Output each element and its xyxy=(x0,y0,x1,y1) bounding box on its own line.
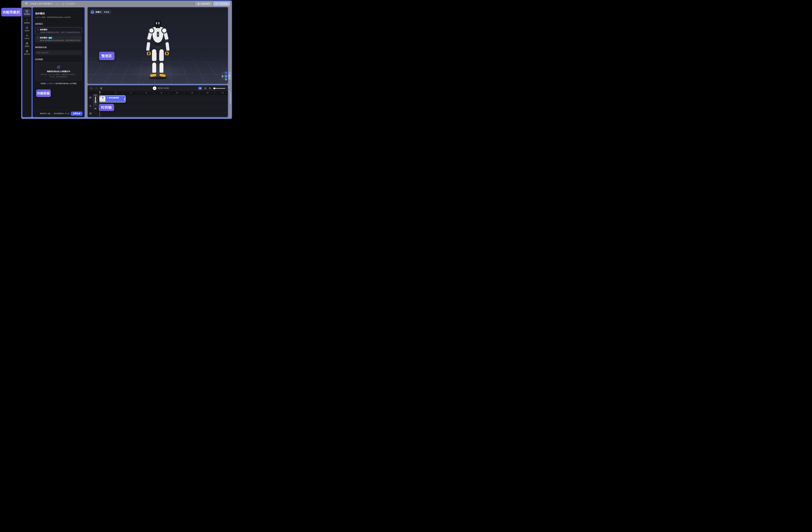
volume-slider[interactable] xyxy=(95,97,96,105)
clip-trim-right-handle[interactable] xyxy=(125,98,125,100)
cost-value: 10 xyxy=(67,113,69,115)
pro-badge: Pro xyxy=(48,37,52,39)
ruler-tick xyxy=(138,92,139,94)
mode-name: 动作模仿 xyxy=(40,28,47,31)
ruler-label: 16f xyxy=(221,92,223,94)
clip-name: 超帅走路姿势 xyxy=(109,97,119,99)
upload-requirement-link[interactable]: 【上传要求】 xyxy=(46,83,55,84)
speaker-icon xyxy=(95,108,97,110)
sidebar-item-motion-imitation[interactable]: 动作模仿 xyxy=(23,9,31,16)
snap-toggle-active[interactable] xyxy=(198,87,202,90)
sidebar-item-my-tasks[interactable]: 我的任务 xyxy=(23,50,31,55)
track-row-audio[interactable] xyxy=(88,111,228,117)
nav-sidebar: 动作模仿 音频编排 表情库 动作库 xyxy=(22,7,32,117)
timeline-clip[interactable]: 超帅走路姿势 xyxy=(99,95,126,102)
zoom-out-icon[interactable] xyxy=(209,87,211,89)
app-window: A1机器人动作-我的项目1 文件未保存 合成并保存 xyxy=(21,0,232,119)
gizmo-bottom-dot[interactable] xyxy=(225,78,227,81)
undo-button[interactable] xyxy=(90,87,93,89)
annotation-label-preview: 预览区 xyxy=(99,52,115,60)
timeline-zoom-slider[interactable] xyxy=(214,88,225,88)
annotation-label-nav: 功能导航栏 xyxy=(1,8,21,16)
mode-desc: 模仿复杂高精度高动态全身动作复现，适用于舞蹈功夫等丰富表达创作表演 xyxy=(40,40,80,42)
upload-desc-line2: 仅中文、英文语言的识别 xyxy=(41,75,77,78)
clip-thumbnail xyxy=(100,96,105,102)
sidebar-item-label: 我的任务 xyxy=(24,53,30,55)
play-icon xyxy=(154,88,156,89)
mode-name: 动作模仿 xyxy=(40,37,47,39)
task-list-icon xyxy=(26,50,28,53)
robot-avatar xyxy=(91,10,94,14)
gizmo-left-dot[interactable] xyxy=(221,75,223,78)
hint-prefix: 请根据 xyxy=(41,83,46,84)
timeline-panel: 00:00 / 00:30 0f2f4f6f8f10f12f14f16f xyxy=(87,85,228,117)
ruler-tick xyxy=(123,92,123,94)
credits-label: 剩余积分 xyxy=(40,112,47,115)
ruler-tick xyxy=(184,92,184,94)
panel-footer: 剩余积分 300 本次消耗积分 10 立即生成 xyxy=(33,110,85,117)
mode-card-standard[interactable]: 动作模仿 快速模仿普通难度的全身动作，适用于小品戏剧等简单动作的快速演绎 xyxy=(35,27,82,34)
badge-divider xyxy=(102,11,103,13)
star-icon xyxy=(37,37,39,39)
footer-divider xyxy=(52,113,52,115)
zoom-slider-thumb[interactable] xyxy=(213,87,215,89)
audio-track-icon[interactable] xyxy=(89,112,91,115)
gizmo-y-handle[interactable]: Y xyxy=(224,75,227,78)
sidebar-item-audio-arrange[interactable]: 音频编排 xyxy=(23,19,31,24)
person-icon xyxy=(26,34,28,37)
motion-track-icon[interactable] xyxy=(89,105,91,108)
video-upload-dropzone[interactable]: 拖拽至此或点击上传视频文件 支持 mp4、avi、mov 等格式，视频长度 30… xyxy=(35,62,82,81)
ruler-label: 2f xyxy=(115,92,116,94)
ruler-label: 14f xyxy=(206,92,208,94)
sidebar-item-label: 表情库 xyxy=(25,30,29,32)
robot-model-badge[interactable]: 灵犀X2 青春版 xyxy=(90,10,112,14)
sidebar-item-expression-library[interactable]: 表情库 xyxy=(23,27,31,32)
panel-title: 动作模仿 xyxy=(35,12,82,15)
ruler-label: 10f xyxy=(176,92,178,94)
mode-card-pro[interactable]: 动作模仿 Pro 模仿复杂高精度高动态全身动作复现，适用于舞蹈功夫等丰富表达创作… xyxy=(35,36,82,42)
speaker-button[interactable] xyxy=(93,107,98,110)
generate-button[interactable]: 立即生成 xyxy=(71,112,83,116)
upload-title: 拖拽至此或点击上传视频文件 xyxy=(47,70,70,73)
upload-requirement-hint: 请根据【上传要求】提供清晰完整的真人动作视频 xyxy=(35,82,82,85)
timeline-toolbar: 00:00 / 00:30 xyxy=(88,85,228,91)
sidebar-item-label: 动作库 xyxy=(25,38,29,40)
function-panel: 动作模仿 上传个人视频，系统智能转换为机器人动作脚本 选择模式 动作模仿 快速模… xyxy=(32,7,85,117)
clip-trim-left-handle[interactable] xyxy=(100,98,100,100)
audio-note-icon xyxy=(26,42,28,45)
robot-edition: 青春版 xyxy=(104,11,109,13)
credits-cost: 本次消耗积分 10 xyxy=(54,112,69,115)
volume-popup: 40% xyxy=(93,94,98,106)
ruler-label: 12f xyxy=(191,92,193,94)
redo-button[interactable] xyxy=(95,87,98,89)
view-gizmo[interactable]: Z Y xyxy=(221,71,228,80)
timeline-ruler[interactable]: 0f2f4f6f8f10f12f14f16f xyxy=(88,91,228,95)
sidebar-item-motion-library[interactable]: 动作库 xyxy=(23,34,31,40)
volume-slider-thumb[interactable] xyxy=(95,101,96,103)
expression-track-icon[interactable] xyxy=(89,96,91,99)
robot-model[interactable] xyxy=(139,17,176,80)
sidebar-item-audio-library[interactable]: 音频库 xyxy=(23,42,31,47)
credits-remaining: 剩余积分 300 xyxy=(40,112,50,115)
mode-section-label: 选择模式 xyxy=(35,23,82,25)
sidebar-item-label: 音频库 xyxy=(25,45,29,47)
ruler-tick xyxy=(199,92,200,94)
volume-value: 40% xyxy=(94,95,97,96)
annotation-label-panel: 功能面板 xyxy=(36,89,51,97)
play-button[interactable] xyxy=(153,86,156,90)
preview-viewport[interactable]: 灵犀X2 青春版 Z Y xyxy=(87,7,228,84)
add-video-label: 添加视频 xyxy=(35,58,82,61)
robot-name: 灵犀X2 xyxy=(96,11,101,13)
ruler-label: 4f xyxy=(130,92,132,94)
gizmo-z-handle[interactable]: Z xyxy=(225,71,227,74)
film-reel-sparkle-icon xyxy=(57,65,61,69)
sidebar-item-label: 动作模仿 xyxy=(24,13,30,15)
hint-suffix: 提供清晰完整的真人动作视频 xyxy=(55,83,76,84)
gem-icon xyxy=(64,113,67,115)
material-name-input[interactable] xyxy=(35,50,82,55)
robot-face-icon xyxy=(26,27,28,29)
playback-time: 00:00 / 00:30 xyxy=(158,87,169,89)
fit-timeline-button[interactable] xyxy=(204,87,206,89)
delete-clip-button[interactable] xyxy=(100,87,102,89)
sparkles-icon xyxy=(26,19,28,21)
